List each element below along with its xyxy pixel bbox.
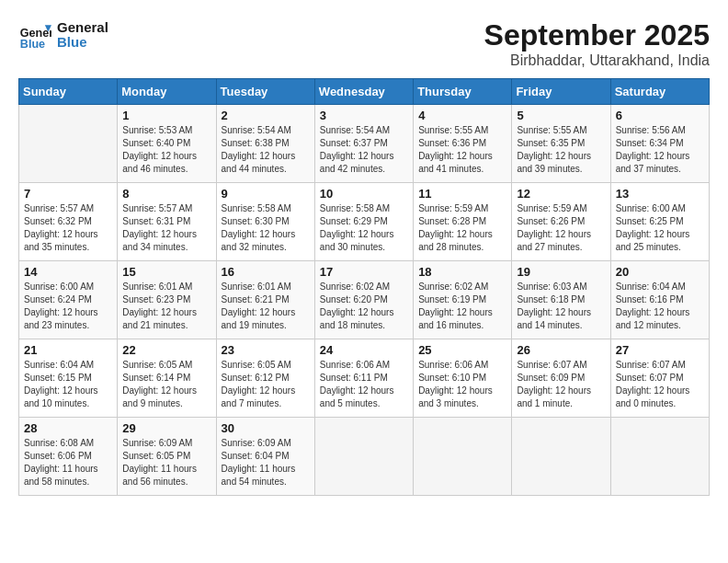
week-row-5: 28Sunrise: 6:08 AM Sunset: 6:06 PM Dayli… bbox=[19, 418, 710, 496]
day-cell: 19Sunrise: 6:03 AM Sunset: 6:18 PM Dayli… bbox=[512, 261, 610, 339]
day-detail: Sunrise: 5:57 AM Sunset: 6:32 PM Dayligh… bbox=[24, 202, 112, 254]
day-detail: Sunrise: 5:59 AM Sunset: 6:26 PM Dayligh… bbox=[517, 202, 605, 254]
calendar-header-row: SundayMondayTuesdayWednesdayThursdayFrid… bbox=[19, 79, 710, 105]
location-title: Birbhaddar, Uttarakhand, India bbox=[484, 52, 710, 69]
day-number: 11 bbox=[418, 187, 506, 201]
day-cell: 30Sunrise: 6:09 AM Sunset: 6:04 PM Dayli… bbox=[216, 418, 314, 496]
title-area: September 2025 Birbhaddar, Uttarakhand, … bbox=[484, 18, 710, 69]
day-cell: 25Sunrise: 6:06 AM Sunset: 6:10 PM Dayli… bbox=[414, 339, 512, 418]
day-detail: Sunrise: 6:06 AM Sunset: 6:11 PM Dayligh… bbox=[320, 359, 408, 410]
day-detail: Sunrise: 6:02 AM Sunset: 6:20 PM Dayligh… bbox=[320, 281, 408, 332]
day-number: 23 bbox=[222, 343, 310, 357]
logo: General Blue General Blue bbox=[18, 18, 108, 52]
day-number: 21 bbox=[24, 343, 112, 357]
day-detail: Sunrise: 5:54 AM Sunset: 6:38 PM Dayligh… bbox=[222, 124, 310, 176]
day-cell: 6Sunrise: 5:56 AM Sunset: 6:34 PM Daylig… bbox=[610, 105, 709, 183]
day-cell: 21Sunrise: 6:04 AM Sunset: 6:15 PM Dayli… bbox=[19, 339, 118, 418]
day-number: 9 bbox=[222, 187, 310, 201]
day-cell: 24Sunrise: 6:06 AM Sunset: 6:11 PM Dayli… bbox=[314, 339, 413, 418]
day-number: 14 bbox=[24, 265, 112, 279]
logo-icon: General Blue bbox=[18, 18, 51, 52]
calendar-table: SundayMondayTuesdayWednesdayThursdayFrid… bbox=[18, 78, 710, 496]
day-cell: 8Sunrise: 5:57 AM Sunset: 6:31 PM Daylig… bbox=[118, 183, 216, 261]
day-cell: 22Sunrise: 6:05 AM Sunset: 6:14 PM Dayli… bbox=[118, 339, 216, 418]
day-detail: Sunrise: 5:53 AM Sunset: 6:40 PM Dayligh… bbox=[122, 124, 210, 176]
day-cell: 20Sunrise: 6:04 AM Sunset: 6:16 PM Dayli… bbox=[610, 261, 709, 339]
header-cell-tuesday: Tuesday bbox=[216, 79, 314, 105]
day-detail: Sunrise: 5:54 AM Sunset: 6:37 PM Dayligh… bbox=[320, 124, 408, 176]
logo-line2: Blue bbox=[57, 35, 108, 51]
day-detail: Sunrise: 6:06 AM Sunset: 6:10 PM Dayligh… bbox=[418, 359, 506, 410]
day-number: 27 bbox=[616, 343, 704, 357]
week-row-4: 21Sunrise: 6:04 AM Sunset: 6:15 PM Dayli… bbox=[19, 339, 710, 418]
day-detail: Sunrise: 6:02 AM Sunset: 6:19 PM Dayligh… bbox=[418, 281, 506, 332]
week-row-3: 14Sunrise: 6:00 AM Sunset: 6:24 PM Dayli… bbox=[19, 261, 710, 339]
day-cell: 28Sunrise: 6:08 AM Sunset: 6:06 PM Dayli… bbox=[19, 418, 118, 496]
day-number: 6 bbox=[616, 109, 704, 122]
day-detail: Sunrise: 6:05 AM Sunset: 6:14 PM Dayligh… bbox=[122, 359, 210, 410]
logo-line1: General bbox=[57, 20, 108, 36]
day-detail: Sunrise: 5:56 AM Sunset: 6:34 PM Dayligh… bbox=[616, 124, 704, 176]
day-number: 24 bbox=[320, 343, 408, 357]
day-number: 20 bbox=[616, 265, 704, 279]
day-cell: 9Sunrise: 5:58 AM Sunset: 6:30 PM Daylig… bbox=[216, 183, 314, 261]
day-detail: Sunrise: 6:09 AM Sunset: 6:04 PM Dayligh… bbox=[222, 437, 310, 488]
month-title: September 2025 bbox=[484, 18, 710, 52]
day-cell: 3Sunrise: 5:54 AM Sunset: 6:37 PM Daylig… bbox=[314, 105, 413, 183]
day-number: 19 bbox=[517, 265, 605, 279]
header: General Blue General Blue September 2025… bbox=[18, 18, 710, 69]
week-row-1: 1Sunrise: 5:53 AM Sunset: 6:40 PM Daylig… bbox=[19, 105, 710, 183]
day-cell: 11Sunrise: 5:59 AM Sunset: 6:28 PM Dayli… bbox=[414, 183, 512, 261]
header-cell-thursday: Thursday bbox=[414, 79, 512, 105]
day-number: 22 bbox=[122, 343, 210, 357]
day-cell: 5Sunrise: 5:55 AM Sunset: 6:35 PM Daylig… bbox=[512, 105, 610, 183]
day-detail: Sunrise: 6:07 AM Sunset: 6:07 PM Dayligh… bbox=[616, 359, 704, 410]
day-detail: Sunrise: 6:00 AM Sunset: 6:25 PM Dayligh… bbox=[616, 202, 704, 254]
day-cell: 4Sunrise: 5:55 AM Sunset: 6:36 PM Daylig… bbox=[414, 105, 512, 183]
day-cell: 1Sunrise: 5:53 AM Sunset: 6:40 PM Daylig… bbox=[118, 105, 216, 183]
day-cell: 12Sunrise: 5:59 AM Sunset: 6:26 PM Dayli… bbox=[512, 183, 610, 261]
day-detail: Sunrise: 6:05 AM Sunset: 6:12 PM Dayligh… bbox=[222, 359, 310, 410]
day-cell: 13Sunrise: 6:00 AM Sunset: 6:25 PM Dayli… bbox=[610, 183, 709, 261]
svg-text:Blue: Blue bbox=[20, 38, 45, 51]
day-detail: Sunrise: 6:04 AM Sunset: 6:16 PM Dayligh… bbox=[616, 281, 704, 332]
day-number: 4 bbox=[418, 109, 506, 122]
header-cell-monday: Monday bbox=[118, 79, 216, 105]
day-detail: Sunrise: 5:59 AM Sunset: 6:28 PM Dayligh… bbox=[418, 202, 506, 254]
day-detail: Sunrise: 6:03 AM Sunset: 6:18 PM Dayligh… bbox=[517, 281, 605, 332]
day-detail: Sunrise: 5:58 AM Sunset: 6:29 PM Dayligh… bbox=[320, 202, 408, 254]
day-number: 26 bbox=[517, 343, 605, 357]
day-number: 25 bbox=[418, 343, 506, 357]
day-cell bbox=[512, 418, 610, 496]
day-number: 29 bbox=[122, 421, 210, 435]
day-detail: Sunrise: 6:04 AM Sunset: 6:15 PM Dayligh… bbox=[24, 359, 112, 410]
day-number: 17 bbox=[320, 265, 408, 279]
header-cell-friday: Friday bbox=[512, 79, 610, 105]
day-detail: Sunrise: 5:55 AM Sunset: 6:35 PM Dayligh… bbox=[517, 124, 605, 176]
day-number: 28 bbox=[24, 421, 112, 435]
day-number: 13 bbox=[616, 187, 704, 201]
day-number: 5 bbox=[517, 109, 605, 122]
day-cell: 16Sunrise: 6:01 AM Sunset: 6:21 PM Dayli… bbox=[216, 261, 314, 339]
day-number: 7 bbox=[24, 187, 112, 201]
day-cell bbox=[314, 418, 413, 496]
day-detail: Sunrise: 6:01 AM Sunset: 6:21 PM Dayligh… bbox=[222, 281, 310, 332]
day-cell: 18Sunrise: 6:02 AM Sunset: 6:19 PM Dayli… bbox=[414, 261, 512, 339]
day-detail: Sunrise: 6:00 AM Sunset: 6:24 PM Dayligh… bbox=[24, 281, 112, 332]
day-number: 15 bbox=[122, 265, 210, 279]
day-cell: 7Sunrise: 5:57 AM Sunset: 6:32 PM Daylig… bbox=[19, 183, 118, 261]
day-number: 3 bbox=[320, 109, 408, 122]
day-detail: Sunrise: 5:57 AM Sunset: 6:31 PM Dayligh… bbox=[122, 202, 210, 254]
day-number: 1 bbox=[122, 109, 210, 122]
day-cell: 17Sunrise: 6:02 AM Sunset: 6:20 PM Dayli… bbox=[314, 261, 413, 339]
header-cell-wednesday: Wednesday bbox=[314, 79, 413, 105]
day-number: 18 bbox=[418, 265, 506, 279]
day-detail: Sunrise: 6:01 AM Sunset: 6:23 PM Dayligh… bbox=[122, 281, 210, 332]
day-number: 16 bbox=[222, 265, 310, 279]
day-detail: Sunrise: 5:55 AM Sunset: 6:36 PM Dayligh… bbox=[418, 124, 506, 176]
day-cell bbox=[414, 418, 512, 496]
day-cell: 15Sunrise: 6:01 AM Sunset: 6:23 PM Dayli… bbox=[118, 261, 216, 339]
day-number: 8 bbox=[122, 187, 210, 201]
day-cell: 14Sunrise: 6:00 AM Sunset: 6:24 PM Dayli… bbox=[19, 261, 118, 339]
day-cell bbox=[610, 418, 709, 496]
